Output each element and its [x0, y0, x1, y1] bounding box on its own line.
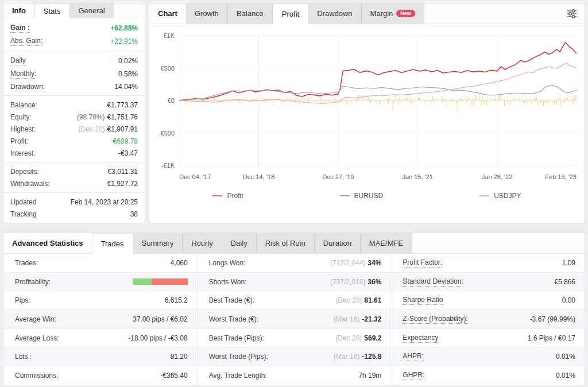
tab-growth[interactable]: Growth — [186, 3, 228, 24]
tab-balance[interactable]: Balance — [228, 3, 273, 24]
info-panel-title[interactable]: Info — [3, 3, 34, 18]
table-row: Longs Won:(712/2,044)34% — [198, 254, 391, 273]
stats-tabbar: Advanced Statistics TradesSummaryHourlyD… — [3, 233, 585, 254]
tab-label: Profit — [282, 10, 299, 18]
stat-value-main: Feb 14, 2023 at 20:25 — [71, 198, 138, 206]
tab-drawdown[interactable]: Drawdown — [308, 3, 361, 24]
table-row: Standard Deviation:€5.866 — [391, 273, 585, 292]
tab-hourly[interactable]: Hourly — [183, 233, 222, 253]
stat-value: €3,011.31 — [108, 168, 138, 176]
profitability-bar-loss — [152, 278, 187, 285]
tab-label: MAE/MFE — [369, 239, 403, 247]
table-row-label[interactable]: Sharpe Ratio — [403, 296, 443, 305]
table-row: Z-Score (Probability):-3.67 (99.99%) — [391, 310, 585, 329]
tab-label: Margin — [370, 9, 393, 18]
stat-row: UpdatedFeb 14, 2023 at 20:25 — [3, 196, 145, 208]
table-row-value-main: -18.00 pips / -€3.08 — [128, 334, 187, 342]
tab-label: Risk of Ruin — [265, 239, 305, 247]
table-row-value-main: 0.01% — [556, 353, 575, 361]
stat-label[interactable]: Gain : — [10, 24, 30, 33]
table-row-label: Profitability: — [15, 278, 51, 286]
stat-value: 0.02% — [118, 57, 138, 65]
table-row-label[interactable]: Expectancy — [403, 334, 438, 343]
tab-summary[interactable]: Summary — [133, 233, 183, 253]
profit-chart-plot[interactable]: €1K€500€0-€500-€1K — [179, 30, 577, 171]
chart-settings-button[interactable] — [559, 3, 585, 24]
stat-label: Equity: — [10, 113, 32, 121]
x-axis-tick: Dec 14, '18 — [243, 173, 274, 180]
stat-value-main: 0.58% — [118, 70, 138, 78]
stat-value: Feb 14, 2023 at 20:25 — [71, 198, 138, 206]
stat-label: Highest: — [10, 125, 36, 133]
legend-item-eurusd[interactable]: EURUSD — [340, 192, 384, 200]
stat-row: Abs. Gain:+22.91% — [3, 34, 145, 48]
legend-swatch — [212, 195, 222, 196]
y-axis-tick: €0 — [168, 97, 179, 104]
tab-trades[interactable]: Trades — [92, 233, 133, 254]
x-axis-tick: Feb 13, '23 — [545, 173, 577, 180]
stat-value-main: 0.02% — [118, 57, 138, 65]
stat-label[interactable]: Monthly: — [10, 69, 36, 79]
tab-duration[interactable]: Duration — [315, 233, 361, 253]
table-row-label: Longs Won: — [209, 259, 246, 267]
legend-swatch — [340, 195, 350, 196]
tab-daily[interactable]: Daily — [222, 233, 257, 253]
table-row-value: 4,060 — [171, 259, 188, 267]
table-row-value-main: 1.09 — [562, 259, 575, 267]
table-row-label: Best Trade (Pips): — [209, 334, 264, 342]
table-row-label: Worst Trade (€): — [209, 315, 258, 323]
stat-value-main: 38 — [130, 210, 138, 218]
tab-label: Summary — [142, 239, 174, 247]
chart-tabbar: Chart GrowthBalanceProfitDrawdownMarginN… — [149, 3, 585, 24]
table-row-value-main: -125.8 — [362, 353, 381, 361]
stat-value: 14.04% — [114, 83, 138, 91]
table-row-label: Best Trade (€): — [209, 296, 254, 304]
stat-value: €689.78 — [113, 137, 138, 145]
table-row-value-main: €5.866 — [554, 278, 575, 286]
table-row-value: (Dec 20)569.2 — [335, 334, 381, 342]
stat-label: Updated — [10, 198, 36, 206]
table-row: Trades:4,060 — [3, 254, 197, 273]
table-row-value-note: (Mar 16) — [334, 353, 359, 361]
stat-value-main: +62.88% — [110, 24, 138, 32]
table-row-label: Pips: — [15, 296, 30, 304]
stat-value-main: €689.78 — [113, 137, 138, 145]
table-row: Lots :81.20 — [3, 347, 197, 366]
table-row-label[interactable]: GHPR: — [403, 371, 424, 380]
tab-general[interactable]: General — [69, 3, 114, 18]
table-row-label[interactable]: Z-Score (Probability): — [403, 315, 467, 324]
y-axis-tick: €1K — [163, 32, 179, 39]
stat-label[interactable]: Abs. Gain: — [10, 37, 42, 46]
profit-chart-svg — [179, 30, 577, 171]
table-row-label: Commissions: — [15, 371, 58, 380]
chart-tabbar-spacer — [424, 3, 559, 24]
table-row-label[interactable]: Standard Deviation: — [403, 277, 463, 287]
tab-label: Duration — [323, 239, 351, 247]
table-row-value-main: 4,060 — [171, 259, 188, 267]
y-axis-tick: €500 — [161, 65, 179, 72]
chart-panel-title: Chart — [149, 3, 186, 24]
table-row-value-main: -€365.40 — [160, 371, 187, 380]
table-row-value: 81.20 — [171, 353, 188, 361]
table-row-value-main: 34% — [368, 259, 381, 267]
table-row-label[interactable]: Profit Factor: — [403, 258, 442, 268]
legend-item-usdjpy[interactable]: USDJPY — [479, 192, 521, 200]
new-badge: New — [396, 10, 415, 17]
table-row: Profitability: — [3, 273, 197, 292]
stat-row: Deposits:€3,011.31 — [3, 165, 145, 177]
stat-label: Profit: — [10, 137, 28, 145]
chart-body: €1K€500€0-€500-€1K Dec 04, '17Dec 14, '1… — [149, 24, 585, 223]
tab-profit[interactable]: Profit — [273, 3, 308, 24]
table-row-value: -€365.40 — [160, 371, 187, 380]
tab-stats[interactable]: Stats — [34, 3, 70, 18]
table-row-label[interactable]: AHPR: — [403, 352, 424, 361]
tab-margin[interactable]: MarginNew — [362, 3, 424, 24]
table-row: Shorts Won:(737/2,016)36% — [198, 273, 391, 292]
table-row-value: (737/2,016)36% — [330, 278, 381, 286]
table-row-value: (Mar 16)-125.8 — [334, 353, 381, 361]
table-row-value-main: 6,615.2 — [165, 296, 188, 304]
tab-risk-of-ruin[interactable]: Risk of Ruin — [257, 233, 315, 253]
tab-mae-mfe[interactable]: MAE/MFE — [361, 233, 412, 253]
stat-label[interactable]: Daily — [10, 56, 26, 65]
legend-item-profit[interactable]: Profit — [212, 192, 243, 200]
